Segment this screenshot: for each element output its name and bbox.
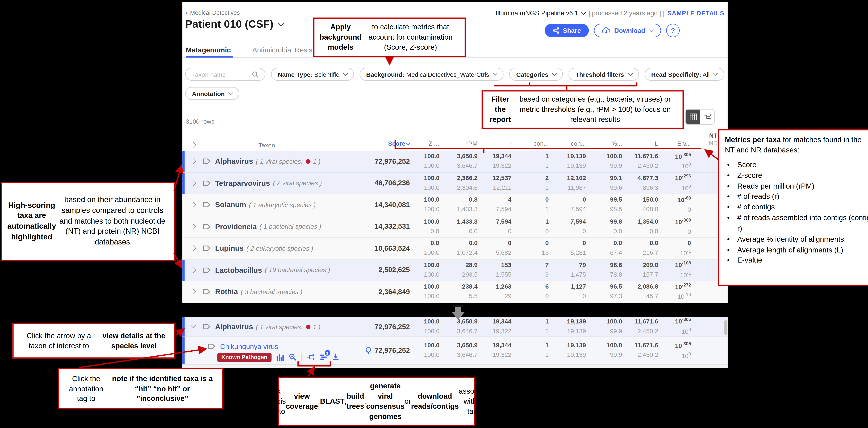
metric-cell: 010-1 [666, 239, 699, 258]
row-expand-chevron-icon[interactable] [191, 180, 196, 186]
metric-cell: 1531,555 [486, 260, 519, 280]
annotation-tag-icon[interactable] [203, 267, 211, 273]
metric-cell: 11 [519, 317, 557, 336]
categories-filter[interactable]: Categories [509, 68, 563, 81]
taxon-search-input[interactable]: Taxon name [185, 68, 266, 81]
score-value: 46,706,236 [351, 179, 410, 187]
sample-details-link[interactable]: SAMPLE DETAILS [668, 9, 724, 16]
taxon-row[interactable]: Rothia( 3 bacterial species )2,364,84910… [182, 281, 727, 303]
known-pathogen-badge[interactable]: Known Pathogen [217, 353, 271, 362]
metric-cell: 4,677.3896.3 [630, 173, 666, 193]
score-value: 14,340,081 [351, 201, 410, 209]
row-expand-chevron-icon[interactable] [191, 224, 196, 230]
tab-metagenomic[interactable]: Metagenomic [186, 47, 231, 54]
score-value: 10,663,524 [351, 244, 410, 252]
annotation-tag-icon[interactable] [203, 202, 211, 208]
metric-cell: 12,10211,987 [557, 173, 594, 193]
taxon-row[interactable]: Tetraparvovirus( 2 viral species )46,706… [182, 173, 727, 194]
taxon-row[interactable]: Lupinus( 2 eukaryotic species )10,663,52… [182, 238, 727, 259]
annotation-tag-icon[interactable] [208, 343, 216, 349]
page-title[interactable]: Patient 010 (CSF) [185, 18, 284, 31]
taxon-name: Lupinus [215, 244, 244, 253]
scrollbar-thumb[interactable] [724, 320, 727, 335]
metric-cell: 1,26329 [486, 282, 519, 302]
background-filter[interactable]: Background: MedicalDetectives_WaterCtrls [359, 68, 504, 81]
column-score[interactable]: Score [351, 140, 410, 147]
chevron-down-icon[interactable] [582, 10, 586, 15]
bullet-item: # of contigs [725, 202, 868, 213]
name-type-filter[interactable]: Name Type: Scientific [271, 68, 354, 81]
blast-icon[interactable] [289, 354, 296, 361]
annotation-tag-icon[interactable] [203, 324, 211, 330]
metric-column-header[interactable]: Z ... [424, 140, 447, 147]
help-button[interactable]: ? [666, 24, 680, 37]
metric-cell: 100.00.0 [424, 217, 447, 236]
metric-cell: 3,650.93,646.7 [447, 151, 486, 172]
threshold-filters[interactable]: Threshold filters [569, 68, 639, 81]
callout-click-analysis-icons: Click analysis icons to view coverage, B… [278, 376, 475, 426]
metric-cell: 99.199.6 [594, 173, 630, 193]
collapse-chevron-icon[interactable] [191, 323, 196, 328]
table-view-button[interactable] [686, 110, 700, 124]
phylo-tree-icon[interactable] [307, 354, 314, 361]
annotation-filter[interactable]: Annotation [185, 87, 239, 100]
annotation-tag-icon[interactable] [203, 245, 211, 251]
pipeline-version-select[interactable]: Illumina mNGS Pipeline v6.1 [496, 9, 578, 16]
metric-column-header[interactable]: L [630, 140, 666, 147]
metric-cell: 0.0216.7 [630, 239, 666, 258]
metric-column-header[interactable]: con... [557, 140, 594, 147]
metric-column-header[interactable]: %... [594, 140, 630, 147]
column-taxon[interactable]: Taxon [182, 142, 351, 148]
taxon-row[interactable]: Providencia( 1 bacterial species )14,332… [182, 216, 727, 238]
metric-values: 100.00.01,433.30.07,5940107,594099.80.01… [424, 217, 699, 236]
annotation-tag-icon[interactable] [203, 289, 211, 295]
share-button[interactable]: Share [545, 24, 589, 37]
score-value: 72,976,252 [351, 323, 410, 331]
taxon-name: Alphavirus [215, 323, 253, 331]
metric-cell: 11,671.62,450.2 [630, 341, 666, 361]
breadcrumb[interactable]: ‹Medical Detectives [186, 9, 240, 16]
annotation-tag-icon[interactable] [203, 158, 211, 164]
tree-view-button[interactable] [700, 110, 714, 124]
consensus-genome-icon[interactable]: 1 [319, 354, 327, 360]
metric-cell: 7,5940 [486, 217, 519, 236]
metric-column-header[interactable]: con... [519, 140, 557, 147]
contig-count-badge: 1 [324, 350, 330, 356]
coverage-icon[interactable] [276, 354, 284, 361]
metric-cell: 10-305100 [666, 317, 699, 336]
metric-cell: 21 [519, 173, 557, 193]
row-expand-chevron-icon[interactable] [191, 158, 196, 164]
taxon-row[interactable]: Alphavirus( 1 viral species:1 )72,976,25… [182, 151, 727, 173]
lightbulb-icon[interactable] [365, 346, 372, 355]
download-button[interactable]: Download [594, 24, 661, 37]
back-chevron-icon: ‹ [186, 9, 188, 16]
taxon-row[interactable]: Lactobacillus( 19 bacterial species )2,5… [182, 259, 727, 281]
taxon-species-count: ( 1 viral species:1 ) [256, 323, 320, 330]
annotation-tag-icon[interactable] [203, 180, 211, 186]
read-specificity-filter[interactable]: Read Specificity: All [644, 68, 724, 81]
row-expand-chevron-icon[interactable] [191, 202, 196, 208]
genus-row-alphavirus[interactable]: Alphavirus ( 1 viral species:1 ) 72,976,… [182, 317, 727, 337]
metric-cell: 11 [519, 341, 557, 361]
chevron-down-icon [713, 71, 718, 75]
taxon-row[interactable]: Solanum( 1 eukaryotic species )14,340,08… [182, 194, 727, 216]
metric-cell: 19,13919,139 [557, 151, 594, 172]
metric-cell: 100.0100.0 [424, 282, 447, 302]
chevron-down-icon [343, 71, 348, 75]
metric-column-header[interactable]: r [486, 140, 519, 147]
metric-column-header[interactable]: rPM [447, 140, 486, 147]
metric-cell: 0.81,433.3 [447, 195, 486, 215]
metric-column-header[interactable]: E v... [666, 140, 699, 147]
species-name-link[interactable]: Chikungunya virus [220, 342, 278, 350]
annotation-tag-icon[interactable] [203, 223, 211, 230]
row-expand-chevron-icon[interactable] [191, 246, 196, 251]
search-icon [252, 71, 258, 78]
row-expand-chevron-icon[interactable] [191, 267, 196, 273]
view-toggle [685, 109, 715, 125]
species-row-chikungunya[interactable]: Chikungunya virus Known Pathogen [182, 337, 727, 365]
row-expand-chevron-icon[interactable] [191, 289, 196, 295]
metric-cell: 79 [519, 260, 557, 280]
metric-cell: 013 [519, 239, 557, 258]
download-reads-icon[interactable] [332, 354, 339, 361]
highlight-bar [182, 259, 185, 281]
